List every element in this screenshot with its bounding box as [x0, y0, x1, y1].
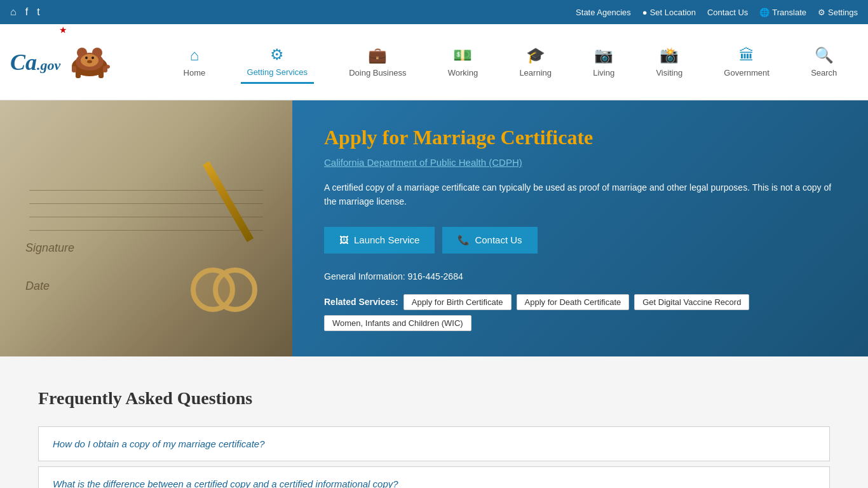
set-location-link[interactable]: ● Set Location [642, 8, 696, 17]
signature-label: Signature [25, 241, 74, 255]
government-nav-icon: 🏛 [739, 46, 754, 64]
faq-title: Frequently Asked Questions [38, 388, 830, 409]
service-content: Apply for Marriage Certificate Californi… [292, 100, 868, 356]
logo-area[interactable]: Ca.gov ★ [10, 44, 163, 81]
settings-link[interactable]: ⚙ Settings [818, 8, 858, 17]
living-nav-icon: 📷 [594, 46, 613, 64]
business-nav-icon: 💼 [368, 46, 387, 64]
nav-doing-business[interactable]: 💼 Doing Business [342, 41, 412, 83]
nav-visiting[interactable]: 📸 Visiting [649, 41, 689, 83]
svg-point-5 [85, 57, 88, 59]
service-department-link[interactable]: California Department of Public Health (… [324, 157, 836, 168]
star-icon: ★ [59, 25, 67, 35]
svg-rect-8 [76, 71, 81, 78]
services-nav-icon: ⚙ [270, 46, 284, 64]
related-wic[interactable]: Women, Infants and Children (WIC) [324, 315, 471, 331]
service-image: Signature Date [0, 100, 292, 356]
twitter-icon-link[interactable]: t [37, 6, 39, 18]
home-nav-icon: ⌂ [190, 46, 200, 64]
related-services: Related Services: Apply for Birth Certif… [324, 294, 836, 331]
topbar-contact-link[interactable]: Contact Us [707, 8, 748, 17]
globe-icon: 🌐 [759, 8, 770, 17]
nav-government[interactable]: 🏛 Government [717, 41, 776, 83]
logo-text: Ca.gov [10, 49, 60, 76]
service-buttons: 🖼 Launch Service 📞 Contact Us [324, 227, 836, 254]
date-label: Date [25, 280, 50, 293]
nav-learning[interactable]: 🎓 Learning [513, 41, 558, 83]
service-title: Apply for Marriage Certificate [324, 126, 836, 149]
top-bar-social: ⌂ f t [10, 6, 40, 18]
facebook-icon-link[interactable]: f [25, 6, 28, 18]
nav-working[interactable]: 💵 Working [442, 41, 484, 83]
top-bar-links: State Agencies ● Set Location Contact Us… [576, 8, 858, 17]
faq-item-2: What is the difference between a certifi… [38, 466, 830, 488]
related-death-cert[interactable]: Apply for Death Certificate [517, 294, 630, 310]
header: Ca.gov ★ [0, 24, 868, 100]
svg-rect-9 [98, 71, 104, 78]
nav-search[interactable]: 🔍 Search [804, 41, 843, 83]
monitor-icon: 🖼 [339, 234, 349, 245]
faq-question-1[interactable]: How do I obtain a copy of my marriage ce… [39, 427, 829, 461]
location-icon: ● [642, 8, 648, 17]
search-nav-icon: 🔍 [815, 46, 834, 64]
faq-item-1: How do I obtain a copy of my marriage ce… [38, 426, 830, 461]
related-birth-cert[interactable]: Apply for Birth Certificate [403, 294, 512, 310]
nav-home[interactable]: ⌂ Home [177, 41, 212, 83]
state-agencies-link[interactable]: State Agencies [576, 8, 631, 17]
related-vaccine-record[interactable]: Get Digital Vaccine Record [634, 294, 749, 310]
main-nav: ⌂ Home ⚙ Getting Services 💼 Doing Busine… [163, 41, 858, 84]
bear-logo [64, 44, 115, 79]
svg-point-6 [92, 57, 94, 59]
learning-nav-icon: 🎓 [526, 46, 545, 64]
gear-icon: ⚙ [818, 8, 825, 17]
svg-point-7 [87, 60, 92, 63]
service-banner: Signature Date Apply for Marriage Certif… [0, 100, 868, 356]
svg-point-12 [105, 65, 110, 69]
wedding-rings [191, 268, 267, 318]
nav-getting-services[interactable]: ⚙ Getting Services [241, 41, 314, 84]
nav-living[interactable]: 📷 Living [587, 41, 621, 83]
service-phone: General Information: 916-445-2684 [324, 271, 836, 281]
contact-us-button[interactable]: 📞 Contact Us [442, 227, 537, 254]
working-nav-icon: 💵 [453, 46, 472, 64]
phone-icon: 📞 [458, 234, 470, 246]
faq-question-2[interactable]: What is the difference between a certifi… [39, 467, 829, 488]
faq-section: Frequently Asked Questions How do I obta… [0, 356, 868, 488]
translate-link[interactable]: 🌐 Translate [759, 8, 806, 17]
svg-rect-10 [72, 66, 76, 72]
related-services-label: Related Services: [324, 297, 398, 307]
visiting-nav-icon: 📸 [660, 46, 679, 64]
home-icon-link[interactable]: ⌂ [10, 6, 17, 18]
service-description: A certified copy of a marriage certifica… [324, 180, 832, 209]
launch-service-button[interactable]: 🖼 Launch Service [324, 227, 435, 254]
top-bar: ⌂ f t State Agencies ● Set Location Cont… [0, 0, 868, 24]
